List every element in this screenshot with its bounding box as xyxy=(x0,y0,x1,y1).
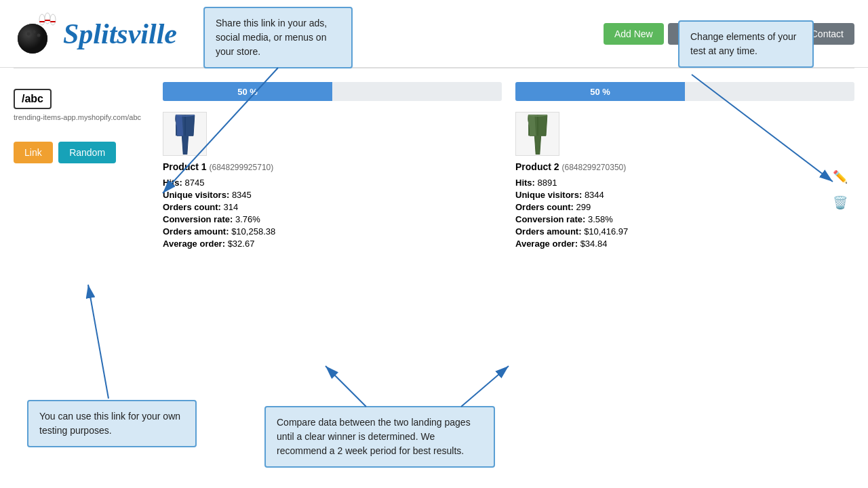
svg-point-7 xyxy=(18,24,47,54)
tooltip-link: You can use this link for your own testi… xyxy=(27,400,197,447)
product2-id: (6848299270350) xyxy=(561,163,626,172)
tooltip-share: Share this link in your ads, social medi… xyxy=(203,7,353,68)
product2-orders-count: Orders count: 299 xyxy=(515,202,854,212)
product2-image xyxy=(515,112,559,156)
svg-point-9 xyxy=(33,30,36,34)
svg-point-10 xyxy=(37,34,41,37)
delete-button[interactable]: 🗑️ xyxy=(833,195,848,210)
product1-average-order: Average order: $32.67 xyxy=(163,239,502,249)
svg-point-2 xyxy=(50,14,56,25)
product2-jeans-icon xyxy=(521,114,555,155)
edit-button[interactable]: ✏️ xyxy=(833,169,848,184)
svg-point-1 xyxy=(45,13,50,24)
product1-progress-bar: 50 % xyxy=(163,82,332,101)
abc-badge: /abc xyxy=(14,89,52,109)
action-icons: ✏️ 🗑️ xyxy=(833,169,848,210)
svg-rect-4 xyxy=(45,20,50,21)
product1-unique-visitors: Unique visitors: 8345 xyxy=(163,190,502,200)
svg-point-0 xyxy=(39,14,45,25)
product1-orders-count: Orders count: 314 xyxy=(163,202,502,212)
logo-text: Splitsville xyxy=(63,18,177,50)
logo-area: Splitsville xyxy=(14,12,177,56)
product1-jeans-icon xyxy=(168,114,202,155)
product2-average-order: Average order: $34.84 xyxy=(515,239,854,249)
product2-progress-container: 50 % xyxy=(515,82,854,101)
svg-rect-5 xyxy=(50,21,56,22)
sidebar: /abc trending-items-app.myshopify.com/ab… xyxy=(14,82,149,251)
products-area: 50 % 50 % xyxy=(163,82,854,251)
product2-card: Product 2 (6848299270350) Hits: 8891 Uni… xyxy=(515,112,854,251)
product2-progress-label: 50 % xyxy=(590,87,610,97)
product2-hits: Hits: 8891 xyxy=(515,178,854,188)
product1-card: Product 1 (6848299925710) Hits: 8745 Uni… xyxy=(163,112,502,251)
tooltip-change: Change elements of your test at any time… xyxy=(678,20,814,68)
product1-hits: Hits: 8745 xyxy=(163,178,502,188)
progress-row: 50 % 50 % xyxy=(163,82,854,101)
product2-orders-amount: Orders amount: $10,416.97 xyxy=(515,226,854,237)
product1-orders-amount: Orders amount: $10,258.38 xyxy=(163,226,502,237)
store-url: trending-items-app.myshopify.com/abc xyxy=(14,113,149,121)
product2-progress-bar: 50 % xyxy=(515,82,685,101)
products-row: Product 1 (6848299925710) Hits: 8745 Uni… xyxy=(163,112,854,251)
svg-point-8 xyxy=(27,33,31,36)
svg-rect-3 xyxy=(39,21,45,22)
product2-unique-visitors: Unique visitors: 8344 xyxy=(515,190,854,200)
main-content: /abc trending-items-app.myshopify.com/ab… xyxy=(0,68,868,264)
link-button[interactable]: Link xyxy=(14,142,53,163)
add-new-button[interactable]: Add New xyxy=(604,23,664,45)
product1-id: (6848299925710) xyxy=(209,163,273,172)
product1-conversion-rate: Conversion rate: 3.76% xyxy=(163,214,502,224)
product1-image xyxy=(163,112,207,156)
product2-title: Product 2 (6848299270350) xyxy=(515,161,854,172)
random-button[interactable]: Random xyxy=(58,142,116,163)
logo-icon xyxy=(14,12,58,56)
product2-conversion-rate: Conversion rate: 3.58% xyxy=(515,214,854,224)
product1-title: Product 1 (6848299925710) xyxy=(163,161,502,172)
tooltip-compare: Compare data between the two landing pag… xyxy=(264,406,495,468)
product1-progress-container: 50 % xyxy=(163,82,502,101)
product1-progress-label: 50 % xyxy=(237,87,258,97)
